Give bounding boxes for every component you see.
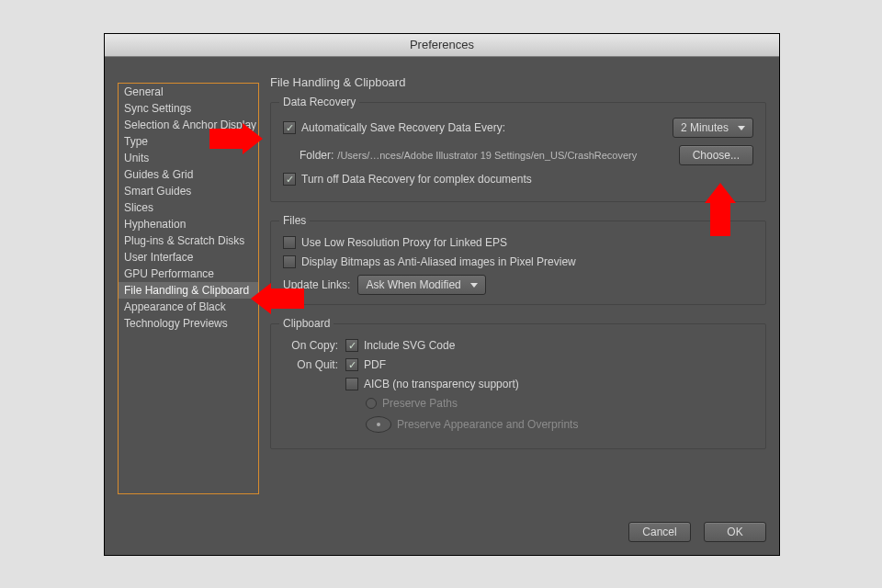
group-files: Files Use Low Resolution Proxy for Linke… [270,220,766,305]
checkbox-turn-off-complex[interactable] [283,173,296,186]
sidebar-item-gpu-performance[interactable]: GPU Performance [119,266,258,282]
legend-data-recovery: Data Recovery [279,96,359,108]
checkbox-low-res-proxy[interactable] [283,236,296,249]
label-pdf: PDF [364,358,386,371]
sidebar-item-user-interface[interactable]: User Interface [119,249,258,266]
legend-clipboard: Clipboard [279,317,334,330]
checkbox-display-bitmaps[interactable] [283,255,296,268]
label-low-res-proxy: Use Low Resolution Proxy for Linked EPS [301,236,507,249]
group-clipboard: Clipboard On Copy: Include SVG Code On Q… [270,323,766,449]
sidebar-item-general[interactable]: General [119,84,258,100]
dropdown-value: 2 Minutes [681,121,729,134]
label-update-links: Update Links: [283,278,350,291]
sidebar-item-hyphenation[interactable]: Hyphenation [119,216,258,232]
label-display-bitmaps: Display Bitmaps as Anti-Aliased images i… [301,255,576,268]
label-auto-save: Automatically Save Recovery Data Every: [301,121,505,134]
checkbox-include-svg[interactable] [345,339,358,352]
choose-button[interactable]: Choose... [679,145,753,165]
sidebar-item-appearance-of-black[interactable]: Appearance of Black [119,299,258,315]
ok-button[interactable]: OK [704,522,766,542]
sidebar-item-file-handling-clipboard[interactable]: File Handling & Clipboard [119,282,258,299]
radio-preserve-paths[interactable] [366,398,377,409]
sidebar-item-technology-previews[interactable]: Technology Previews [119,315,258,332]
sidebar-item-guides-grid[interactable]: Guides & Grid [119,166,258,183]
chevron-down-icon [738,126,745,130]
group-data-recovery: Data Recovery Automatically Save Recover… [270,102,766,202]
label-on-quit: On Quit: [283,358,338,371]
checkbox-auto-save[interactable] [283,121,296,134]
dropdown-value: Ask When Modified [366,278,460,291]
sidebar-item-type[interactable]: Type [119,133,258,150]
label-folder: Folder: [300,149,334,162]
legend-files: Files [279,214,310,227]
sidebar-item-plug-ins-scratch-disks[interactable]: Plug-ins & Scratch Disks [119,232,258,249]
chevron-down-icon [470,283,478,288]
label-turn-off-complex: Turn off Data Recovery for complex docum… [301,173,532,186]
sidebar-item-slices[interactable]: Slices [119,199,258,216]
label-preserve-paths: Preserve Paths [382,397,458,410]
label-include-svg: Include SVG Code [364,339,455,352]
checkbox-aicb[interactable] [345,378,358,390]
titlebar: Preferences [105,34,779,57]
radio-preserve-appearance[interactable] [366,416,391,433]
label-on-copy: On Copy: [283,339,338,352]
checkbox-pdf[interactable] [345,358,358,371]
sidebar-item-selection-anchor-display[interactable]: Selection & Anchor Display [119,117,258,133]
preferences-dialog: Preferences GeneralSync SettingsSelectio… [104,33,780,556]
dropdown-recovery-interval[interactable]: 2 Minutes [673,118,753,138]
folder-path: /Users/…nces/Adobe Illustrator 19 Settin… [337,150,637,161]
sidebar-item-units[interactable]: Units [119,150,258,166]
sidebar-item-sync-settings[interactable]: Sync Settings [119,100,258,117]
label-preserve-appearance: Preserve Appearance and Overprints [397,418,578,431]
sidebar-item-smart-guides[interactable]: Smart Guides [119,183,258,199]
section-title: File Handling & Clipboard [270,75,766,89]
dropdown-update-links[interactable]: Ask When Modified [357,275,485,295]
category-sidebar: GeneralSync SettingsSelection & Anchor D… [118,83,259,494]
label-aicb: AICB (no transparency support) [364,378,519,390]
cancel-button[interactable]: Cancel [628,522,691,542]
